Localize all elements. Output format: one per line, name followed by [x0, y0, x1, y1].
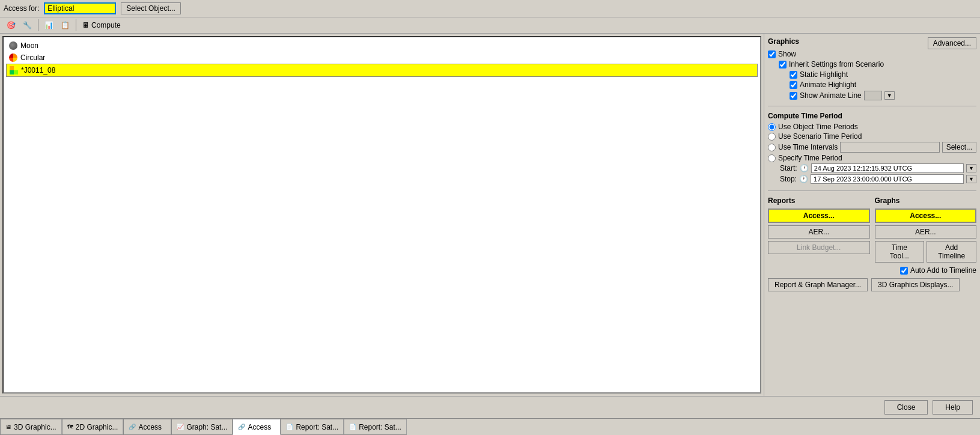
- compute-section: Compute Time Period Use Object Time Peri…: [768, 112, 976, 185]
- circular-icon: [8, 53, 18, 62]
- intervals-input[interactable]: [840, 142, 939, 153]
- chart-icon-taskbar: 📈: [177, 424, 184, 430]
- taskbar-item-3d-graphic[interactable]: 🖥 3D Graphic...: [0, 419, 62, 435]
- animate-highlight-row: Animate Highlight: [790, 81, 895, 89]
- link-budget-button: Link Budget...: [768, 241, 870, 254]
- taskbar-label-access-1: Access: [138, 423, 162, 431]
- taskbar-label-report-sat-1: Report: Sat...: [296, 423, 338, 431]
- main-container: Access for: Select Object... 🎯 🔧 📊 📋 🖩 C…: [0, 0, 980, 435]
- use-intervals-radio[interactable]: [768, 144, 776, 151]
- auto-add-checkbox[interactable]: [900, 267, 908, 275]
- graphics-3d-button[interactable]: 3D Graphics Displays...: [871, 278, 960, 291]
- stop-calendar-icon[interactable]: 🕐: [799, 175, 808, 183]
- compute-title: Compute Time Period: [768, 112, 976, 120]
- reports-col: Reports Access... AER... Link Budget...: [768, 196, 870, 263]
- graphs-aer-button[interactable]: AER...: [875, 225, 977, 239]
- add-timeline-button[interactable]: Add Timeline: [927, 241, 976, 263]
- show-label: Show: [778, 50, 796, 58]
- compute-button[interactable]: 🖩 Compute: [79, 19, 124, 31]
- color-dropdown-btn[interactable]: ▼: [884, 91, 895, 100]
- show-animate-line-checkbox[interactable]: [790, 92, 797, 100]
- reports-aer-button[interactable]: AER...: [768, 225, 870, 239]
- start-row: Start: 🕐 ▼: [768, 163, 976, 173]
- help-button[interactable]: Help: [933, 400, 973, 415]
- graphs-extra-row: Time Tool... Add Timeline: [875, 241, 977, 263]
- graphs-col: Graphs Access... AER... Time Tool... Add…: [875, 196, 977, 263]
- reports-access-button[interactable]: Access...: [768, 208, 870, 223]
- static-highlight-row: Static Highlight: [790, 70, 895, 79]
- use-scenario-radio[interactable]: [768, 133, 776, 141]
- inherit-checkbox[interactable]: [779, 61, 787, 68]
- icon-btn-3[interactable]: 📊: [41, 19, 56, 31]
- target-icon: 🎯: [7, 21, 16, 29]
- taskbar-label-3d-graphic: 3D Graphic...: [14, 423, 56, 431]
- bottom-btns: Report & Graph Manager... 3D Graphics Di…: [768, 278, 976, 291]
- taskbar-item-access-2[interactable]: 🔗 Access: [233, 419, 281, 435]
- taskbar-item-report-sat-2[interactable]: 📄 Report: Sat...: [344, 419, 407, 435]
- tree-item-elliptical-label: *J0011_08: [21, 66, 55, 75]
- separator-1: [38, 19, 38, 31]
- compute-label: Compute: [91, 21, 121, 29]
- start-calendar-icon[interactable]: 🕐: [800, 164, 809, 172]
- taskbar: 🖥 3D Graphic... 🗺 2D Graphic... 🔗 Access…: [0, 418, 980, 435]
- close-button[interactable]: Close: [884, 400, 928, 415]
- animate-highlight-checkbox[interactable]: [790, 81, 797, 89]
- icon-btn-2[interactable]: 🔧: [20, 19, 35, 31]
- tree-item-circular[interactable]: Circular: [6, 52, 758, 64]
- taskbar-item-report-sat-1[interactable]: 📄 Report: Sat...: [281, 419, 344, 435]
- map-icon: 🗺: [67, 424, 73, 430]
- divider-2: [768, 190, 976, 191]
- icon-toolbar: 🎯 🔧 📊 📋 🖩 Compute: [0, 17, 980, 34]
- time-tool-button[interactable]: Time Tool...: [875, 241, 925, 263]
- show-animate-line-row: Show Animate Line ▼: [790, 91, 895, 100]
- use-object-label: Use Object Time Periods: [778, 123, 858, 131]
- taskbar-item-access-1[interactable]: 🔗 Access: [123, 419, 171, 435]
- taskbar-label-access-2: Access: [248, 423, 271, 431]
- start-time-input[interactable]: [811, 163, 964, 173]
- link-icon-2: 🔗: [238, 424, 245, 430]
- tree-item-circular-label: Circular: [20, 53, 45, 62]
- select-object-button[interactable]: Select Object...: [121, 2, 180, 14]
- stop-dropdown-btn[interactable]: ▼: [966, 175, 976, 183]
- use-object-row: Use Object Time Periods: [768, 123, 976, 131]
- start-dropdown-btn[interactable]: ▼: [966, 164, 976, 172]
- specify-label: Specify Time Period: [778, 154, 842, 162]
- auto-add-row: Auto Add to Timeline: [768, 266, 976, 275]
- show-checkbox-row: Show: [768, 50, 895, 58]
- use-intervals-label: Use Time Intervals: [778, 143, 838, 151]
- tree-item-elliptical[interactable]: *J0011_08: [6, 64, 758, 77]
- show-checkbox[interactable]: [768, 50, 776, 58]
- specify-row: Specify Time Period: [768, 154, 976, 162]
- graphics-left: Graphics Show Inherit Settings from Scen…: [768, 37, 895, 100]
- select-intervals-button[interactable]: Select...: [942, 142, 976, 153]
- graphs-access-button[interactable]: Access...: [875, 208, 977, 223]
- tree-item-moon-label: Moon: [20, 41, 38, 50]
- taskbar-label-report-sat-2: Report: Sat...: [359, 423, 401, 431]
- right-panel: Graphics Show Inherit Settings from Scen…: [764, 34, 980, 396]
- left-panel: Moon Circular *J0011_08: [2, 36, 761, 394]
- access-for-label: Access for:: [4, 4, 39, 13]
- advanced-button[interactable]: Advanced...: [928, 37, 976, 49]
- stop-time-input[interactable]: [811, 174, 964, 184]
- color-swatch[interactable]: [864, 91, 882, 100]
- tree-item-moon[interactable]: Moon: [6, 40, 758, 52]
- icon-btn-1[interactable]: 🎯: [4, 19, 19, 31]
- specify-radio[interactable]: [768, 154, 776, 162]
- report-graph-manager-button[interactable]: Report & Graph Manager...: [768, 278, 868, 291]
- use-intervals-row: Use Time Intervals Select...: [768, 142, 976, 153]
- icon-btn-4[interactable]: 📋: [58, 19, 73, 31]
- stop-row: Stop: 🕐 ▼: [768, 174, 976, 184]
- report-icon: 📋: [61, 21, 70, 29]
- monitor-icon: 🖥: [5, 424, 11, 430]
- use-object-radio[interactable]: [768, 123, 776, 131]
- moon-icon: [8, 41, 18, 50]
- access-for-input[interactable]: [44, 2, 116, 14]
- link-icon-1: 🔗: [129, 424, 136, 430]
- inherit-checkbox-row: Inherit Settings from Scenario: [779, 60, 895, 68]
- doc-icon-2: 📄: [349, 424, 356, 430]
- static-highlight-checkbox[interactable]: [790, 71, 797, 79]
- graphics-header: Graphics Show Inherit Settings from Scen…: [768, 37, 976, 100]
- taskbar-item-2d-graphic[interactable]: 🗺 2D Graphic...: [62, 419, 124, 435]
- doc-icon-1: 📄: [286, 424, 293, 430]
- taskbar-item-graph-sat[interactable]: 📈 Graph: Sat...: [171, 419, 233, 435]
